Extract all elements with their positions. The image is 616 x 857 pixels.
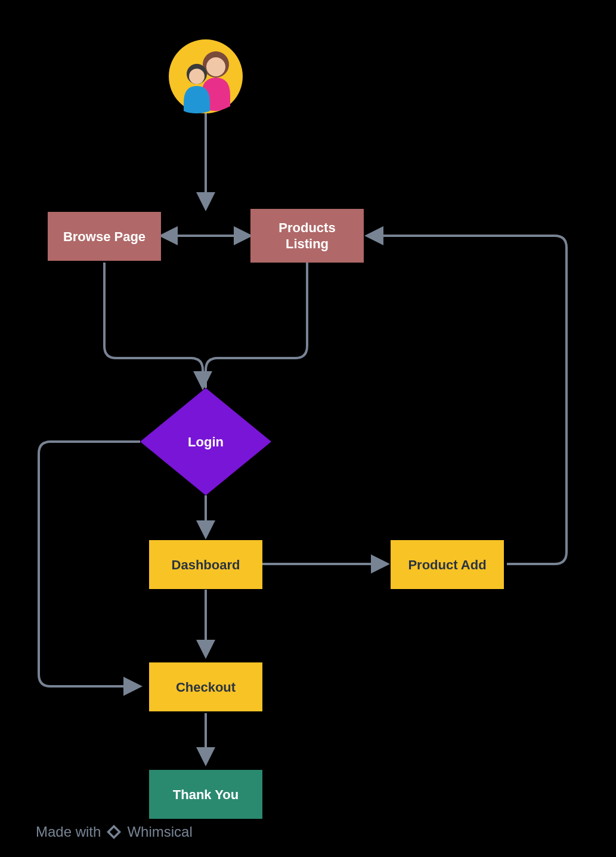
footer-attribution: Made with Whimsical [36,824,193,840]
checkout-label: Checkout [176,680,236,695]
svg-point-1 [206,57,225,76]
svg-point-3 [189,69,205,84]
user-node [169,39,243,113]
footer-brand: Whimsical [127,824,192,840]
edge-products-to-login [206,263,307,388]
login-label: Login [188,434,224,449]
dashboard-label: Dashboard [172,557,240,572]
login-node: Login [140,388,271,495]
edge-login-to-checkout [39,442,140,686]
products-listing-label-1: Products [278,220,335,235]
checkout-node: Checkout [149,662,262,711]
whimsical-logo-icon [106,824,122,840]
products-listing-label-2: Listing [286,236,329,251]
edge-browse-to-login [104,263,203,388]
footer-made-with: Made with [36,824,101,840]
thank-you-label: Thank You [173,787,239,802]
edge-productadd-to-products [367,236,567,564]
dashboard-node: Dashboard [149,540,262,589]
browse-page-label: Browse Page [63,229,146,244]
product-add-node: Product Add [391,540,504,589]
browse-page-node: Browse Page [48,212,161,261]
products-listing-node: Products Listing [250,209,364,263]
thank-you-node: Thank You [149,770,262,819]
flow-diagram: Browse Page Products Listing Login Dashb… [0,0,616,857]
product-add-label: Product Add [408,557,486,572]
